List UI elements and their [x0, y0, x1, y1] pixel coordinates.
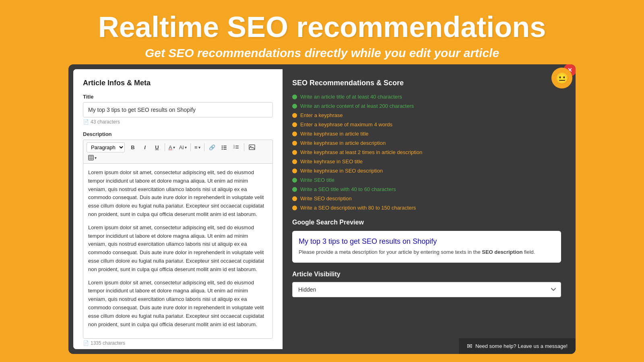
visibility-title: Article Visibility — [292, 271, 561, 278]
visibility-select[interactable]: Hidden Visible Draft — [292, 282, 561, 297]
seo-panel-title: SEO Recommendations & Score — [292, 79, 561, 87]
rec-dot-4 — [292, 132, 297, 136]
underline-btn[interactable]: U — [151, 142, 163, 153]
table-btn[interactable]: ▾ — [87, 154, 98, 162]
svg-point-0 — [221, 146, 223, 147]
ai-chevron: ▾ — [185, 145, 187, 150]
editor-toolbar: Paragraph Heading 1 Heading 2 B I U A ▾ — [83, 140, 273, 163]
align-icon: ≡ — [194, 144, 198, 150]
paragraph-select[interactable]: Paragraph Heading 1 Heading 2 — [87, 142, 125, 152]
table-icon — [88, 155, 94, 160]
preview-desc-highlight: SEO description — [482, 249, 522, 255]
rec-text-1: Write an article content of at least 200… — [300, 103, 414, 109]
svg-rect-7 — [235, 146, 239, 146]
help-icon: ✉ — [467, 342, 472, 350]
svg-point-2 — [221, 147, 223, 148]
description-field-section: Description Paragraph Heading 1 Heading … — [83, 131, 273, 349]
editor-para-1: Lorem ipsum dolor sit amet, consectetur … — [88, 169, 268, 219]
title-field-section: Title 📄 43 characters — [83, 94, 273, 125]
rec-text-0: Write an article title of at least 40 ch… — [300, 94, 402, 100]
svg-point-4 — [221, 149, 223, 150]
main-title: Realtime SEO recommendations — [16, 11, 628, 43]
bold-btn[interactable]: B — [127, 142, 138, 153]
rec-dot-11 — [292, 196, 297, 201]
svg-rect-1 — [223, 146, 227, 146]
rec-item-4: Write keyphrase in article title — [292, 131, 561, 137]
rec-item-7: Write keyhrase in SEO title — [292, 158, 561, 165]
divider-4 — [244, 143, 244, 151]
rec-text-5: Write keyphrase in article description — [300, 140, 386, 146]
sub-title: Get SEO recommendations directly while y… — [16, 46, 628, 60]
rec-text-7: Write keyhrase in SEO title — [300, 158, 363, 165]
rec-text-6: Write keyphrase at least 2 times in arti… — [300, 149, 422, 155]
divider-1 — [165, 143, 165, 151]
rec-item-2: Enter a keyphrase — [292, 112, 561, 118]
title-label: Title — [83, 94, 273, 100]
svg-text:2.: 2. — [233, 146, 235, 149]
editor-area[interactable]: Lorem ipsum dolor sit amet, consectetur … — [83, 163, 273, 339]
svg-rect-12 — [89, 155, 93, 160]
right-panel: SEO Recommendations & Score Write an art… — [283, 69, 571, 349]
rec-item-10: Write a SEO title with 40 to 60 characte… — [292, 186, 561, 192]
left-panel: Article Infos & Meta Title 📄 43 characte… — [73, 69, 283, 349]
title-input[interactable] — [83, 102, 273, 117]
preview-link[interactable]: My top 3 tips to get SEO results on Shop… — [299, 237, 437, 245]
rec-text-4: Write keyphrase in article title — [300, 131, 369, 137]
preview-description: Please provide a meta description for yo… — [299, 248, 555, 256]
modal-inner: Article Infos & Meta Title 📄 43 characte… — [73, 69, 571, 349]
svg-rect-3 — [223, 147, 227, 148]
rec-dot-0 — [292, 95, 297, 99]
rec-item-1: Write an article content of at least 200… — [292, 103, 561, 109]
ai-btn[interactable]: AI ▾ — [178, 143, 188, 152]
align-btn[interactable]: ≡ ▾ — [193, 143, 202, 152]
svg-rect-9 — [235, 148, 239, 148]
rec-dot-5 — [292, 141, 297, 146]
help-text: Need some help? Leave us a message! — [475, 343, 568, 349]
rec-dot-1 — [292, 104, 297, 109]
emoji-face: 😐 — [551, 68, 572, 88]
rec-text-11: Write SEO description — [300, 195, 352, 202]
numbered-list-icon: 1. 2. — [233, 144, 239, 150]
link-btn[interactable]: 🔗 — [206, 142, 218, 153]
rec-item-11: Write SEO description — [292, 195, 561, 202]
content-char-count: 📄 1335 characters — [83, 340, 273, 346]
rec-item-8: Write keyphrase in SEO description — [292, 168, 561, 174]
title-char-icon: 📄 — [83, 119, 89, 125]
rec-item-12: Write a SEO description with 80 to 150 c… — [292, 205, 561, 211]
rec-text-3: Enter a keyphrase of maximum 4 words — [300, 121, 392, 128]
google-preview-card: My top 3 tips to get SEO results on Shop… — [292, 231, 561, 263]
italic-btn[interactable]: I — [139, 142, 151, 153]
recommendation-list: Write an article title of at least 40 ch… — [292, 94, 561, 211]
rec-dot-12 — [292, 206, 297, 210]
rec-dot-3 — [292, 122, 297, 127]
rec-text-12: Write a SEO description with 80 to 150 c… — [300, 205, 416, 211]
rec-dot-7 — [292, 159, 297, 164]
text-color-label: A — [169, 144, 172, 150]
align-chevron: ▾ — [198, 145, 200, 150]
divider-2 — [190, 143, 191, 151]
numbered-list-btn[interactable]: 1. 2. — [231, 142, 242, 153]
rec-item-6: Write keyphrase at least 2 times in arti… — [292, 149, 561, 155]
image-icon — [249, 144, 255, 150]
bullet-list-btn[interactable] — [219, 142, 230, 153]
text-color-chevron: ▾ — [173, 145, 175, 150]
bullet-list-icon — [221, 144, 227, 150]
title-char-count: 📄 43 characters — [83, 119, 273, 125]
rec-text-10: Write a SEO title with 40 to 60 characte… — [300, 186, 396, 192]
editor-wrapper: Paragraph Heading 1 Heading 2 B I U A ▾ — [83, 140, 273, 339]
image-btn[interactable] — [246, 142, 258, 153]
rec-dot-6 — [292, 150, 297, 155]
preview-desc-text: Please provide a meta description for yo… — [299, 249, 482, 255]
rec-item-3: Enter a keyphrase of maximum 4 words — [292, 121, 561, 128]
ai-label: AI — [179, 144, 184, 150]
preview-desc-end: field. — [522, 249, 535, 255]
rec-dot-10 — [292, 187, 297, 192]
editor-para-2: Lorem ipsum dolor sit amet, consectetur … — [88, 224, 268, 274]
google-preview-title: Google Search Preview — [292, 219, 561, 226]
modal-container: × 😐 Article Infos & Meta Title 📄 43 char… — [68, 64, 576, 354]
rec-dot-8 — [292, 169, 297, 173]
left-panel-title: Article Infos & Meta — [83, 79, 273, 87]
text-color-btn[interactable]: A ▾ — [167, 143, 177, 152]
rec-text-2: Enter a keyphrase — [300, 112, 343, 118]
rec-text-8: Write keyphrase in SEO description — [300, 168, 383, 174]
